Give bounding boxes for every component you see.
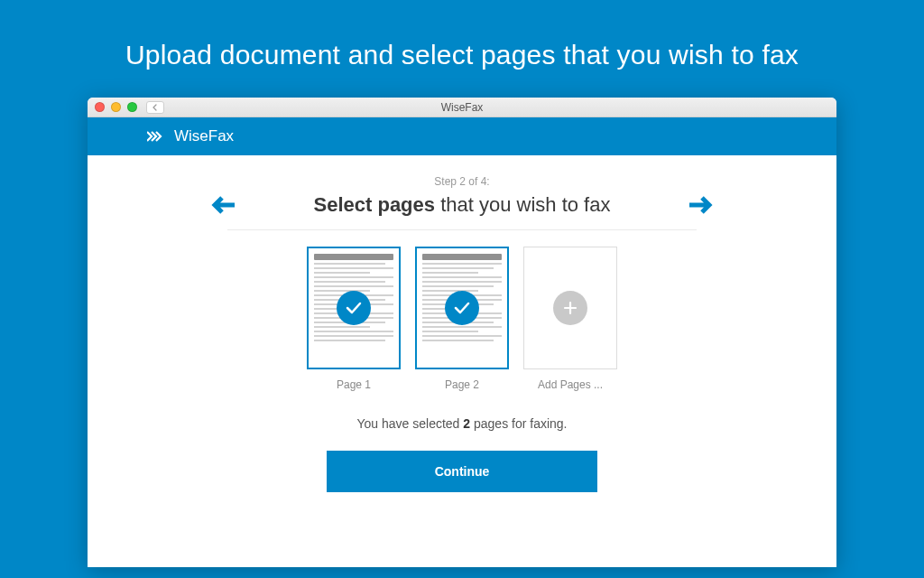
nav-back-button[interactable] [146, 101, 164, 114]
minimize-window-button[interactable] [111, 102, 121, 112]
step-title-bold: Select pages [314, 193, 436, 216]
step-title: Select pages that you wish to fax [314, 193, 611, 217]
hero-title: Upload document and select pages that yo… [0, 0, 924, 98]
summary-prefix: You have selected [357, 416, 464, 431]
page-thumb-2[interactable] [415, 247, 509, 369]
content-area: Step 2 of 4: Select pages that you wish … [88, 155, 836, 492]
arrow-right-icon [686, 194, 713, 216]
maximize-window-button[interactable] [127, 102, 137, 112]
window-chrome: WiseFax [88, 98, 836, 117]
divider [227, 229, 697, 230]
chevron-left-icon [152, 104, 159, 111]
brand: WiseFax [147, 127, 234, 145]
continue-button[interactable]: Continue [327, 451, 597, 492]
step-title-rest: that you wish to fax [435, 193, 610, 216]
traffic-lights [95, 102, 137, 112]
pages-row: Page 1 Page [88, 247, 836, 391]
page-card-1: Page 1 [307, 247, 401, 391]
plus-icon [553, 291, 587, 325]
brand-name: WiseFax [174, 127, 234, 145]
brand-logo-icon [147, 130, 167, 143]
prev-step-button[interactable] [211, 194, 238, 216]
selected-check-icon [337, 291, 371, 325]
page-thumb-1[interactable] [307, 247, 401, 369]
selection-summary: You have selected 2 pages for faxing. [88, 416, 836, 431]
step-indicator: Step 2 of 4: [88, 175, 836, 188]
add-pages-card: Add Pages ... [523, 247, 617, 391]
close-window-button[interactable] [95, 102, 105, 112]
page-label: Page 1 [307, 378, 401, 391]
next-step-button[interactable] [686, 194, 713, 216]
arrow-left-icon [211, 194, 238, 216]
window-title: WiseFax [88, 101, 836, 114]
summary-suffix: pages for faxing. [470, 416, 567, 431]
app-header: WiseFax [88, 117, 836, 155]
summary-count: 2 [463, 416, 470, 431]
page-card-2: Page 2 [415, 247, 509, 391]
page-label: Page 2 [415, 378, 509, 391]
selected-check-icon [445, 291, 479, 325]
add-pages-button[interactable] [523, 247, 617, 369]
step-title-row: Select pages that you wish to fax [88, 193, 836, 217]
app-window: WiseFax WiseFax Step 2 of 4: Select p [88, 98, 836, 567]
add-pages-label: Add Pages ... [523, 378, 617, 391]
